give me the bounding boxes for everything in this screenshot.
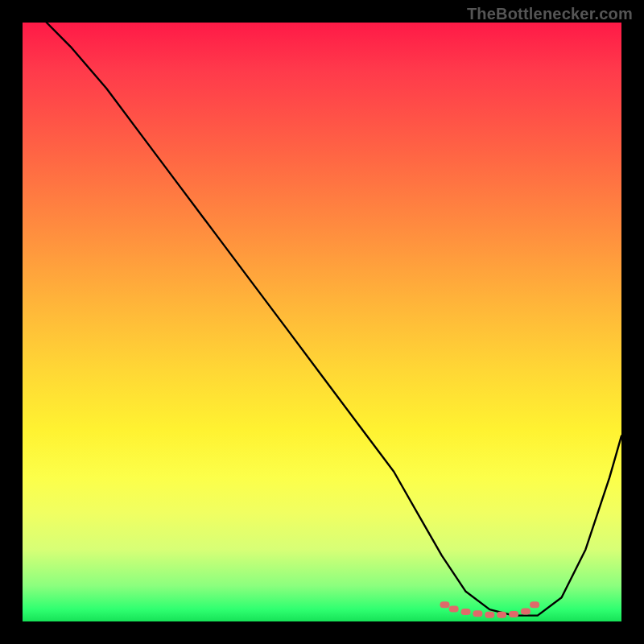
svg-rect-5 [497,612,506,618]
svg-rect-4 [485,612,494,618]
svg-rect-1 [449,605,459,612]
plot-area [23,23,621,621]
curve-layer [23,23,621,621]
plot-frame [23,23,621,621]
svg-rect-3 [473,610,482,617]
bottleneck-curve [47,23,621,616]
svg-rect-6 [509,611,518,617]
watermark-text: TheBottlenecker.com [467,5,633,23]
svg-rect-8 [530,601,539,608]
svg-rect-7 [521,608,530,614]
svg-rect-0 [440,601,450,608]
svg-rect-2 [461,609,471,615]
